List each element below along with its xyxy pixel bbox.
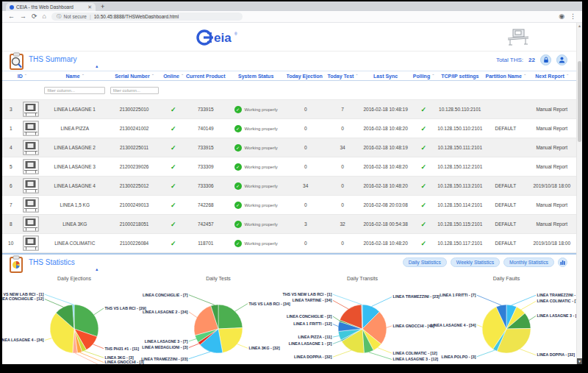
lock-button[interactable] — [540, 54, 551, 65]
url-field[interactable]: ⓘ Not secure | 10.50.45:8888/THSWebDashb… — [51, 13, 243, 21]
cell-online: ✓ — [161, 138, 186, 157]
sort-caret-icon: ˆ — [524, 74, 526, 79]
weekly-statistics-button[interactable]: Weekly Statistics — [451, 257, 500, 267]
cell-status: ✓Working properly — [226, 119, 287, 138]
summary-collapse-arrow-icon[interactable]: ▲ — [95, 64, 98, 68]
summary-row[interactable]: 7 LINEA 1,5 KG21000249013✓742268✓Working… — [2, 196, 576, 215]
cell-machine-icon — [19, 157, 41, 177]
sort-caret-icon: ˆ — [182, 74, 183, 79]
col-current-product[interactable]: Current Productˆ — [186, 71, 226, 81]
summary-section-header: THS Summary ▲ Total THS: 22 — [2, 51, 576, 71]
cell-test: 0 — [325, 196, 360, 215]
svg-text:eia: eia — [214, 31, 232, 45]
cell-partition — [484, 100, 527, 119]
cell-nextreport: Manual Report — [528, 157, 576, 177]
cell-product: 733915 — [186, 100, 226, 119]
cell-polling: ✓ — [411, 138, 436, 157]
summary-row[interactable]: 4 LINEA LASAGNE 221300225011✓733915✓Work… — [2, 138, 576, 157]
col-label: System Status — [238, 74, 273, 79]
stats-buttons: Daily StatisticsWeekly StatisticsMonthly… — [403, 257, 567, 267]
chart-title: Daily Transits — [290, 274, 434, 283]
menu-icon[interactable]: ⋮ — [570, 13, 576, 20]
cell-partition — [484, 157, 527, 177]
col-label: Polling — [413, 74, 430, 79]
cell-tcpip: 10.128.150.111:2101 — [436, 138, 484, 157]
cell-product: 742457 — [186, 215, 226, 234]
cell-serial: 21200239026 — [108, 157, 161, 177]
check-icon: ✓ — [171, 202, 176, 209]
monthly-statistics-button[interactable]: Monthly Statistics — [503, 257, 554, 267]
cell-lastsync: 2016-02-18 10:48:20 — [360, 234, 411, 253]
col-serial-number[interactable]: Serial Numberˆ — [108, 71, 161, 81]
statistics-section-header: THS Statistics ▲ Daily StatisticsWeekly … — [2, 255, 576, 274]
more-statistics-button[interactable] — [558, 257, 567, 267]
cell-lastsync: 2016-02-18 10:48:19 — [360, 100, 411, 119]
col-today-ejection[interactable]: Today Ejectionˆ — [287, 71, 325, 81]
back-icon[interactable]: ← — [8, 13, 15, 20]
filter-empty — [161, 81, 576, 100]
col-label: Next Report — [535, 74, 564, 79]
home-icon[interactable]: ⌂ — [43, 13, 46, 20]
pie-label: THS PH21 #1 - [11] — [105, 347, 140, 351]
scroll-up-icon[interactable]: ▲ — [577, 23, 582, 29]
users-button[interactable] — [556, 54, 567, 65]
cell-name: LINEA LASAGNE 1 — [42, 100, 108, 119]
col-today-test[interactable]: Today Testˆ — [325, 71, 360, 81]
col-next-report[interactable]: Next Reportˆ — [528, 71, 576, 81]
favicon-icon — [10, 5, 14, 10]
tab-close-icon[interactable]: ✕ — [87, 4, 92, 10]
cell-online: ✓ — [161, 177, 186, 196]
new-tab-button[interactable]: + — [101, 3, 104, 10]
summary-row[interactable]: 5 LINEA LASAGNE 321200239026✓733309✓Work… — [2, 157, 576, 177]
col-polling[interactable]: Pollingˆ — [411, 71, 436, 81]
page-scrollbar[interactable]: ▲ ▼ — [576, 23, 582, 364]
pie-label: LINEA LASAGNE 2 - [34] — [143, 310, 188, 314]
statistics-collapse-arrow-icon[interactable]: ▲ — [95, 267, 98, 271]
status-ok-icon: ✓ — [234, 144, 242, 152]
col-label: Serial Number — [115, 74, 149, 79]
summary-row[interactable]: 8 LINEA 3KG21000218051✓742457✓Working pr… — [2, 215, 576, 234]
profile-icon[interactable]: ◉ — [559, 13, 564, 20]
address-bar: ← → ⟳ ⌂ ⓘ Not secure | 10.50.45:8888/THS… — [2, 11, 582, 23]
cell-product: 740149 — [186, 119, 226, 138]
reload-icon[interactable]: ⟳ — [32, 13, 37, 20]
col-tcp-ip-settings[interactable]: TCP/IP settings — [436, 71, 484, 81]
summary-header-row: IDˆNameˆSerial NumberˆOnlineˆCurrent Pro… — [2, 71, 576, 81]
pie-label: LINEA 3KG - [3] — [105, 355, 134, 360]
summary-row[interactable]: 10 LINEA COLIMATIC21100226084✓118701✓Wor… — [2, 234, 576, 253]
browser-tab[interactable]: CEIA - ths Web Dashboard ✕ — [6, 3, 96, 11]
scroll-down-icon[interactable]: ▼ — [577, 358, 582, 364]
summary-row[interactable]: 1 LINEA PIZZA21300241002✓740149✓Working … — [2, 119, 576, 138]
col-label: ID — [18, 74, 23, 79]
col-label: Name — [66, 74, 80, 79]
col-system-status[interactable]: System Status — [226, 71, 287, 81]
pie-label: LINEA TRAMEZZINI - [23] — [141, 357, 188, 361]
cell-partition: DEFAULT — [484, 215, 527, 234]
col-name[interactable]: Nameˆ — [42, 71, 108, 81]
summary-row[interactable]: 3 LINEA LASAGNE 121300225010✓733915✓Work… — [2, 100, 576, 119]
pie-label: LINEA TARTINE - [34] — [293, 298, 332, 302]
browser-window: CEIA - ths Web Dashboard ✕ + ← → ⟳ ⌂ ⓘ N… — [2, 1, 582, 364]
serial-filter-input[interactable] — [110, 87, 159, 94]
daily-statistics-button[interactable]: Daily Statistics — [403, 257, 447, 267]
check-icon: ✓ — [420, 240, 426, 247]
pie-label: LINEA COLIMATIC - [7] — [537, 299, 580, 303]
pie-slice[interactable] — [218, 305, 243, 329]
cell-tcpip: 10.128.50.110:2101 — [436, 100, 484, 119]
col-online[interactable]: Onlineˆ — [161, 71, 186, 81]
summary-row[interactable]: 6 LINEA LASAGNE 421300225012✓733306✓Work… — [2, 177, 576, 196]
cell-status: ✓Working properly — [226, 138, 287, 157]
col-last-sync[interactable]: Last Sync — [360, 71, 411, 81]
forward-icon[interactable]: → — [20, 13, 26, 20]
name-filter-input[interactable] — [44, 87, 105, 94]
cell-product: 118701 — [186, 234, 226, 253]
cell-test: 0 — [325, 234, 360, 253]
cell-serial: 21300225010 — [108, 100, 161, 119]
col-partition-name[interactable]: Partition Nameˆ — [484, 71, 527, 81]
ths-summary-icon — [9, 52, 25, 74]
pie-label: LINEA MEDAGLIONI - [3] — [142, 345, 187, 349]
cell-product: 733306 — [186, 177, 226, 196]
cell-product: 733309 — [186, 157, 226, 177]
pie-label: LINEA 1 FRITTI - [7] — [440, 293, 476, 297]
scrollbar-thumb[interactable] — [578, 61, 581, 142]
